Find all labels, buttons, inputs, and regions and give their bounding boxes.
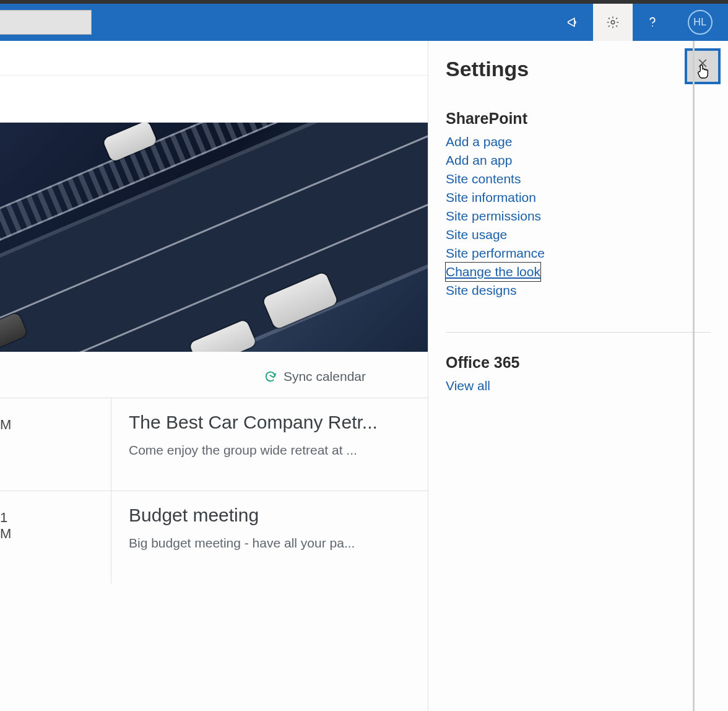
event-time: M <box>0 398 111 491</box>
avatar-initials: HL <box>693 17 706 28</box>
avatar: HL <box>688 10 713 35</box>
settings-divider <box>446 332 711 333</box>
event-description: Big budget meeting - have all your pa... <box>129 536 410 551</box>
content-header-region <box>0 41 428 123</box>
link-site-designs[interactable]: Site designs <box>446 281 516 300</box>
suite-bar: HL <box>0 4 728 41</box>
gear-icon <box>606 15 620 29</box>
link-site-contents[interactable]: Site contents <box>446 170 521 188</box>
link-site-permissions[interactable]: Site permissions <box>446 207 541 225</box>
link-site-information[interactable]: Site information <box>446 188 536 207</box>
settings-panel-title: Settings <box>446 52 529 81</box>
close-settings-button[interactable] <box>685 48 721 84</box>
megaphone-icon <box>566 15 580 29</box>
sync-label: Sync calendar <box>284 369 366 384</box>
event-time: 1 M <box>0 491 111 584</box>
help-icon <box>646 15 659 29</box>
settings-section-heading: SharePoint <box>446 110 711 128</box>
link-change-the-look[interactable]: Change the look <box>446 263 540 281</box>
event-row[interactable]: M The Best Car Company Retr... Come enjo… <box>0 398 428 491</box>
search-input[interactable] <box>0 10 92 35</box>
hero-image <box>0 123 428 352</box>
link-view-all[interactable]: View all <box>446 377 490 395</box>
settings-section-heading: Office 365 <box>446 354 711 372</box>
megaphone-button[interactable] <box>553 4 593 41</box>
svg-point-1 <box>652 25 653 27</box>
sync-calendar-button[interactable]: Sync calendar <box>0 352 428 398</box>
event-row[interactable]: 1 M Budget meeting Big budget meeting - … <box>0 491 428 584</box>
link-add-an-app[interactable]: Add an app <box>446 151 512 170</box>
link-site-performance[interactable]: Site performance <box>446 244 545 263</box>
help-button[interactable] <box>633 4 672 41</box>
account-button[interactable]: HL <box>672 4 728 41</box>
link-add-a-page[interactable]: Add a page <box>446 133 512 151</box>
page-content: Sync calendar M The Best Car Company Ret… <box>0 41 428 711</box>
main-area: Sync calendar M The Best Car Company Ret… <box>0 41 728 711</box>
settings-panel: Settings SharePoint Add a page Add an ap… <box>428 41 728 711</box>
link-site-usage[interactable]: Site usage <box>446 225 507 244</box>
sync-icon <box>264 370 277 383</box>
event-title: Budget meeting <box>129 505 410 526</box>
suite-bar-right: HL <box>553 4 728 41</box>
svg-point-0 <box>611 20 615 24</box>
sharepoint-links: Add a page Add an app Site contents Site… <box>446 133 711 300</box>
event-title: The Best Car Company Retr... <box>129 412 410 433</box>
events-list: M The Best Car Company Retr... Come enjo… <box>0 398 428 584</box>
cursor-hand-icon <box>696 63 709 79</box>
event-description: Come enjoy the group wide retreat at ... <box>129 443 410 458</box>
settings-button[interactable] <box>593 4 633 41</box>
